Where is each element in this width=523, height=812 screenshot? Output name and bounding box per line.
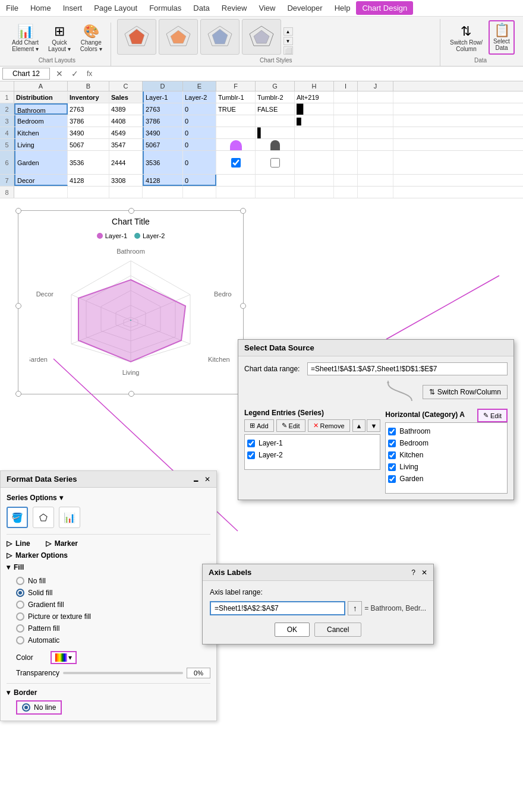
menu-developer[interactable]: Developer — [281, 1, 328, 15]
formula-input[interactable] — [98, 68, 521, 79]
cell-i2[interactable] — [334, 103, 358, 115]
cell-b5[interactable]: 5067 — [68, 139, 109, 150]
cell-i4[interactable] — [334, 127, 358, 138]
menu-page-layout[interactable]: Page Layout — [88, 1, 143, 15]
cell-h1[interactable]: Alt+219 — [295, 91, 334, 103]
cell-d3[interactable]: 3786 — [143, 115, 183, 127]
cell-h5[interactable] — [295, 139, 334, 150]
menu-formulas[interactable]: Formulas — [143, 1, 187, 15]
cell-g8[interactable] — [256, 187, 295, 198]
cell-j6[interactable] — [358, 151, 393, 174]
menu-chart-design[interactable]: Chart Design — [356, 1, 413, 15]
resize-handle-mr[interactable] — [240, 303, 246, 309]
cell-f7[interactable] — [216, 175, 256, 186]
cell-i5[interactable] — [334, 139, 358, 150]
cell-g6[interactable] — [256, 151, 295, 174]
horiz-garden[interactable]: Garden — [388, 473, 505, 485]
picture-fill-radio[interactable] — [16, 612, 24, 621]
cell-a6[interactable]: Garden — [14, 151, 68, 174]
cell-h8[interactable] — [295, 187, 334, 198]
col-header-b[interactable]: B — [68, 81, 109, 91]
close-icon[interactable]: ✕ — [204, 475, 210, 484]
cell-a2[interactable]: Bathroom — [14, 103, 68, 115]
add-chart-element-button[interactable]: 📊 Add ChartElement ▾ — [8, 23, 42, 55]
cell-i7[interactable] — [334, 175, 358, 186]
axis-cancel-btn[interactable]: Cancel — [314, 623, 361, 637]
color-picker-btn[interactable]: ▾ — [51, 651, 77, 664]
no-line-option[interactable]: No line — [16, 700, 62, 715]
cell-b2[interactable]: 2763 — [68, 103, 109, 115]
bar-chart-icon-btn[interactable]: 📊 — [59, 507, 80, 528]
cell-c3[interactable]: 4408 — [109, 115, 143, 127]
scroll-up[interactable]: ▲ — [283, 27, 293, 36]
cell-e7[interactable]: 0 — [183, 175, 216, 186]
cell-j2[interactable] — [358, 103, 393, 115]
resize-handle-ml[interactable] — [15, 303, 21, 309]
horiz-bedroom[interactable]: Bedroom — [388, 437, 505, 449]
cell-d4[interactable]: 3490 — [143, 127, 183, 138]
axis-range-input[interactable] — [210, 601, 345, 615]
col-header-g[interactable]: G — [256, 81, 295, 91]
cell-f1[interactable]: Tumblr-1 — [216, 91, 256, 103]
axis-expand-btn[interactable]: ↑ — [348, 601, 362, 615]
automatic-fill-radio[interactable] — [16, 636, 24, 644]
col-header-c[interactable]: C — [109, 81, 143, 91]
cell-a3[interactable]: Bedroom — [14, 115, 68, 127]
scroll-more[interactable]: ⬜ — [283, 46, 293, 55]
scroll-down[interactable]: ▼ — [283, 37, 293, 45]
quick-layout-button[interactable]: ⊞ QuickLayout ▾ — [45, 23, 74, 55]
menu-home[interactable]: Home — [24, 1, 57, 15]
switch-row-column-button[interactable]: ⇅ Switch Row/Column — [446, 23, 486, 55]
chart-style-3[interactable] — [200, 19, 240, 55]
cell-f6[interactable] — [216, 151, 256, 174]
move-up-btn[interactable]: ▲ — [352, 419, 366, 432]
horiz-living-cb[interactable] — [388, 463, 396, 471]
resize-handle-bc[interactable] — [128, 391, 134, 397]
cell-b4[interactable]: 3490 — [68, 127, 109, 138]
no-fill-radio[interactable] — [16, 577, 24, 585]
cell-c4[interactable]: 4549 — [109, 127, 143, 138]
marker-options-subsection[interactable]: ▷ Marker Options — [7, 551, 210, 560]
formula-cancel-btn[interactable]: ✕ — [52, 68, 67, 79]
menu-data[interactable]: Data — [187, 1, 215, 15]
cell-e5[interactable]: 0 — [183, 139, 216, 150]
cell-f5[interactable] — [216, 139, 256, 150]
cell-d8[interactable] — [143, 187, 183, 198]
cell-i6[interactable] — [334, 151, 358, 174]
cell-e6[interactable]: 0 — [183, 151, 216, 174]
resize-handle-tc[interactable] — [128, 208, 134, 214]
automatic-fill-option[interactable]: Automatic — [16, 634, 210, 646]
cell-h6[interactable] — [295, 151, 334, 174]
cell-c5[interactable]: 3547 — [109, 139, 143, 150]
cell-a4[interactable]: Kitchen — [14, 127, 68, 138]
col-header-d[interactable]: D — [143, 81, 183, 91]
menu-view[interactable]: View — [253, 1, 281, 15]
add-entry-btn[interactable]: ⊞ Add — [244, 419, 274, 432]
cell-g3[interactable] — [256, 115, 295, 127]
cell-e4[interactable]: 0 — [183, 127, 216, 138]
horiz-garden-cb[interactable] — [388, 475, 396, 483]
checkbox-f6[interactable] — [231, 158, 241, 168]
cell-d5[interactable]: 5067 — [143, 139, 183, 150]
cell-c6[interactable]: 2444 — [109, 151, 143, 174]
cell-f8[interactable] — [216, 187, 256, 198]
select-data-button[interactable]: 📋 SelectData — [489, 20, 515, 55]
chart-style-2[interactable] — [159, 19, 198, 55]
horiz-bathroom-cb[interactable] — [388, 428, 396, 435]
entry-layer1[interactable]: Layer-1 — [247, 437, 377, 449]
cell-b6[interactable]: 3536 — [68, 151, 109, 174]
cell-d6[interactable]: 3536 — [143, 151, 183, 174]
cell-h3[interactable]: █ — [295, 115, 334, 127]
col-header-h[interactable]: H — [295, 81, 334, 91]
cell-a5[interactable]: Living — [14, 139, 68, 150]
cell-b8[interactable] — [68, 187, 109, 198]
pattern-fill-option[interactable]: Pattern fill — [16, 623, 210, 634]
cell-i8[interactable] — [334, 187, 358, 198]
cell-b1[interactable]: Inventory — [68, 91, 109, 103]
series-options-header[interactable]: Series Options ▾ — [7, 494, 210, 502]
name-box[interactable] — [2, 68, 50, 80]
cell-b3[interactable]: 3786 — [68, 115, 109, 127]
formula-insert-btn[interactable]: fx — [83, 68, 96, 79]
solid-fill-radio[interactable] — [16, 589, 24, 597]
cell-a1[interactable]: Distribution — [14, 91, 68, 103]
